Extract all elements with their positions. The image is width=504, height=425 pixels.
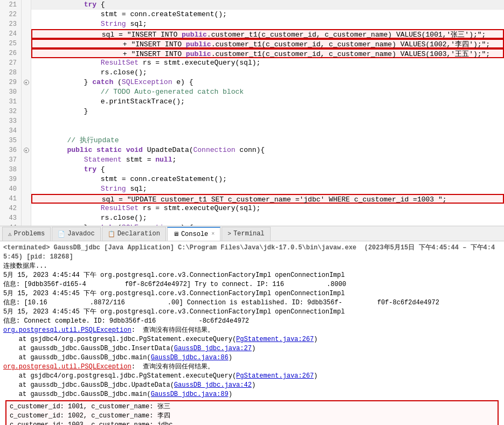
line-gutter bbox=[22, 19, 31, 29]
code-line: 35 // 执行update bbox=[0, 136, 504, 145]
line-number: 23 bbox=[0, 19, 22, 29]
line-gutter bbox=[22, 0, 31, 10]
line-number: 37 bbox=[0, 155, 22, 165]
line-gutter bbox=[22, 116, 31, 126]
code-line: 27 ResultSet rs = stmt.executeQuery(sql)… bbox=[0, 58, 504, 68]
tab-javadoc[interactable]: 📄Javadoc bbox=[52, 227, 100, 241]
line-gutter bbox=[22, 48, 31, 58]
code-line: 29▾ } catch (SQLException e) { bbox=[0, 78, 504, 87]
line-content: String sql; bbox=[31, 184, 504, 194]
line-number: 38 bbox=[0, 165, 22, 175]
console-line: 5月 15, 2023 4:45:45 下午 org.postgresql.co… bbox=[3, 289, 501, 298]
code-line: 30 // TODO Auto-generated catch block bbox=[0, 87, 504, 97]
code-line: 21 try { bbox=[0, 0, 504, 10]
code-line: 33 bbox=[0, 116, 504, 126]
line-content: try { bbox=[31, 165, 504, 175]
console-line: at gaussdb_jdbc.GaussDB_jdbc.main(GaussD… bbox=[3, 353, 501, 363]
line-content: } catch (SQLException e) { bbox=[31, 223, 504, 226]
console-line: 信息: Connect complete. ID: 9dbb356f-d16 -… bbox=[3, 317, 501, 326]
console-icon: 🖥 bbox=[173, 231, 179, 238]
stack-link[interactable]: PgStatement.java:267 bbox=[236, 372, 314, 380]
console-line: org.postgresql.util.PSQLException: 查询没有待… bbox=[3, 363, 501, 372]
line-number: 22 bbox=[0, 10, 22, 19]
stack-link[interactable]: GaussDB_jdbc.java:89 bbox=[151, 391, 229, 398]
code-line: 31 e.printStackTrace(); bbox=[0, 97, 504, 107]
line-number: 26 bbox=[0, 48, 22, 58]
stack-link[interactable]: PgStatement.java:267 bbox=[236, 336, 314, 343]
line-number: 41 bbox=[0, 194, 22, 204]
line-content: sql = "INSERT INTO public.customer_t1(c_… bbox=[31, 29, 504, 39]
console-output[interactable]: <terminated> GaussDB_jdbc [Java Applicat… bbox=[0, 241, 504, 425]
tab-declaration[interactable]: 📋Declaration bbox=[102, 227, 166, 241]
code-line: 42 ResultSet rs = stmt.executeQuery(sql)… bbox=[0, 204, 504, 213]
console-title: <terminated> GaussDB_jdbc [Java Applicat… bbox=[3, 243, 501, 262]
line-content: // TODO Auto-generated catch block bbox=[31, 87, 504, 97]
code-line: 34 bbox=[0, 126, 504, 136]
line-content: sql = "UPDATE customer_t1 SET c_customer… bbox=[31, 194, 504, 204]
line-content: ResultSet rs = stmt.executeQuery(sql); bbox=[31, 204, 504, 213]
line-number: 40 bbox=[0, 184, 22, 194]
line-content: } bbox=[31, 107, 504, 116]
code-line: 32 } bbox=[0, 107, 504, 116]
code-line: 43 rs.close(); bbox=[0, 213, 504, 223]
code-line: 25 + "INSERT INTO public.customer_t1(c_c… bbox=[0, 39, 504, 48]
code-line: 44 } catch (SQLException e) { bbox=[0, 223, 504, 226]
tab-terminal[interactable]: >Terminal bbox=[222, 227, 270, 241]
code-line: 38 try { bbox=[0, 165, 504, 175]
line-gutter bbox=[22, 213, 31, 223]
line-number: 44 bbox=[0, 223, 22, 226]
line-gutter bbox=[22, 87, 31, 97]
line-gutter bbox=[22, 165, 31, 175]
console-line: at gsjdbc4/org.postgresql.jdbc.PgStateme… bbox=[3, 372, 501, 381]
line-content: stmt = conn.createStatement(); bbox=[31, 175, 504, 184]
tab-label: Console bbox=[181, 231, 208, 238]
code-line: 26 + "INSERT INTO public.customer_t1(c_c… bbox=[0, 48, 504, 58]
line-number: 28 bbox=[0, 68, 22, 78]
line-gutter: ▾ bbox=[22, 78, 31, 87]
code-line: 36▾ public static void UpadteData(Connec… bbox=[0, 145, 504, 155]
line-content bbox=[31, 116, 504, 126]
tab-console[interactable]: 🖥Console× bbox=[167, 227, 220, 241]
console-line: 信息: [10.16 .8872/116 .00] Connection is … bbox=[3, 298, 501, 308]
output-line: c_customer_id: 1002, c_customer_name: 李四 bbox=[10, 412, 494, 421]
tab-label: Javadoc bbox=[67, 230, 94, 238]
line-gutter bbox=[22, 184, 31, 194]
tab-close-button[interactable]: × bbox=[211, 231, 215, 237]
console-line: org.postgresql.util.PSQLException: 查询没有待… bbox=[3, 326, 501, 335]
fold-icon[interactable]: ▾ bbox=[24, 148, 29, 153]
line-gutter bbox=[22, 223, 31, 226]
line-number: 42 bbox=[0, 204, 22, 213]
problems-icon: ⚠ bbox=[8, 231, 12, 238]
line-gutter bbox=[22, 58, 31, 68]
line-gutter bbox=[22, 175, 31, 184]
line-gutter bbox=[22, 68, 31, 78]
line-gutter bbox=[22, 136, 31, 145]
line-number: 25 bbox=[0, 39, 22, 48]
console-line: at gaussdb_jdbc.GaussDB_jdbc.UpadteData(… bbox=[3, 381, 501, 390]
stack-link[interactable]: GaussDB_jdbc.java:86 bbox=[151, 354, 229, 361]
line-gutter bbox=[22, 126, 31, 136]
line-number: 33 bbox=[0, 116, 22, 126]
fold-icon[interactable]: ▾ bbox=[24, 80, 29, 85]
console-line: 5月 15, 2023 4:45:45 下午 org.postgresql.co… bbox=[3, 308, 501, 317]
line-content bbox=[31, 126, 504, 136]
console-text: : 查询没有待回任何结果。 bbox=[132, 363, 215, 371]
javadoc-icon: 📄 bbox=[58, 231, 65, 238]
line-number: 35 bbox=[0, 136, 22, 145]
console-error-link[interactable]: org.postgresql.util.PSQLException bbox=[3, 363, 132, 371]
declaration-icon: 📋 bbox=[108, 231, 115, 238]
stack-link[interactable]: GaussDB_jdbc.java:27 bbox=[174, 345, 252, 352]
console-link[interactable]: org.postgresql.util.PSQLException bbox=[3, 326, 132, 334]
code-line: 37 Statement stmt = null; bbox=[0, 155, 504, 165]
line-gutter bbox=[22, 194, 31, 204]
bottom-panel: ⚠Problems📄Javadoc📋Declaration🖥Console×>T… bbox=[0, 226, 504, 425]
console-line: 连接数据库... bbox=[3, 262, 501, 271]
output-box: c_customer_id: 1001, c_customer_name: 张三… bbox=[5, 400, 499, 425]
tab-problems[interactable]: ⚠Problems bbox=[2, 227, 51, 241]
line-gutter bbox=[22, 10, 31, 19]
stack-link[interactable]: GaussDB_jdbc.java:42 bbox=[174, 381, 252, 389]
line-number: 32 bbox=[0, 107, 22, 116]
line-content: e.printStackTrace(); bbox=[31, 97, 504, 107]
tab-bar: ⚠Problems📄Javadoc📋Declaration🖥Console×>T… bbox=[0, 226, 504, 241]
line-content: stmt = conn.createStatement(); bbox=[31, 10, 504, 19]
